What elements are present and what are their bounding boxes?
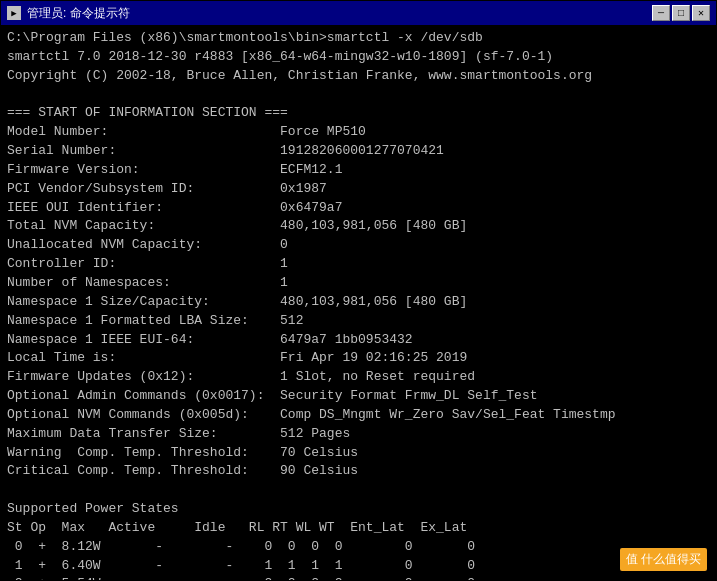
close-button[interactable]: ✕ bbox=[692, 5, 710, 21]
maximize-button[interactable]: □ bbox=[672, 5, 690, 21]
window-icon: ▶ bbox=[7, 6, 21, 20]
terminal-content: C:\Program Files (x86)\smartmontools\bin… bbox=[1, 25, 716, 580]
title-bar: ▶ 管理员: 命令提示符 ─ □ ✕ bbox=[1, 1, 716, 25]
window-controls: ─ □ ✕ bbox=[652, 5, 710, 21]
watermark: 值 什么值得买 bbox=[620, 548, 707, 571]
window-title: 管理员: 命令提示符 bbox=[27, 5, 130, 22]
minimize-button[interactable]: ─ bbox=[652, 5, 670, 21]
